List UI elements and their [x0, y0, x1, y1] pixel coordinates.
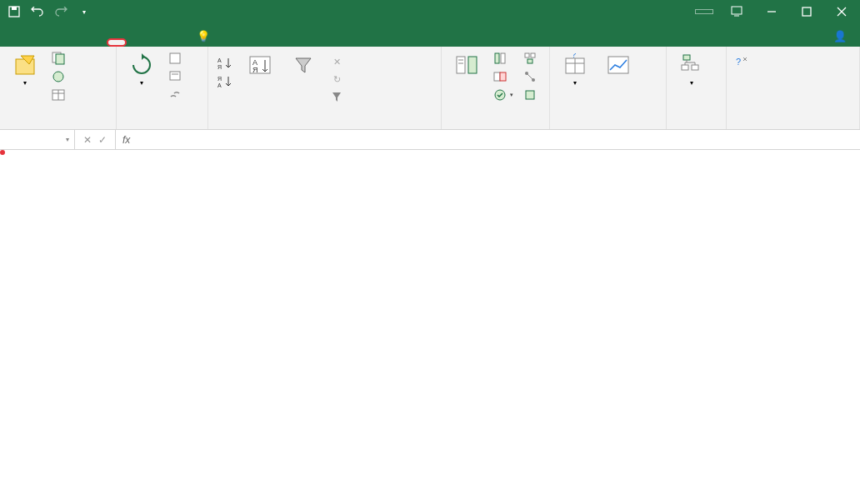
svg-text:Я: Я [252, 66, 258, 74]
group-label-get-transform [5, 126, 111, 127]
svg-rect-34 [531, 53, 535, 57]
properties-icon[interactable] [165, 68, 185, 85]
structure-icon [678, 52, 705, 78]
svg-text:А: А [218, 57, 222, 63]
queries-icon[interactable] [165, 50, 185, 67]
svg-rect-47 [692, 65, 698, 70]
sort-desc-icon[interactable]: ЯА [213, 73, 237, 90]
svg-text:Я: Я [218, 64, 222, 70]
svg-rect-35 [528, 59, 532, 63]
svg-line-38 [528, 74, 532, 79]
data-validation-icon[interactable]: ▾ [490, 87, 517, 103]
svg-rect-7 [16, 59, 34, 74]
titlebar: ▾ [0, 0, 860, 23]
sort-asc-icon[interactable]: АЯ [213, 55, 237, 72]
reapply-icon: ↻ [330, 72, 343, 86]
tab-data[interactable] [107, 38, 127, 47]
svg-rect-28 [495, 53, 499, 63]
edit-links-icon[interactable] [165, 87, 185, 103]
group-structure: ▾ [667, 47, 727, 129]
qat-dropdown-icon[interactable]: ▾ [75, 2, 93, 21]
group-queries: ▾ [117, 47, 208, 129]
from-text-icon[interactable] [48, 50, 68, 67]
what-if-button[interactable]: ? ▾ [555, 50, 595, 89]
filter-button[interactable] [283, 50, 323, 82]
group-sort-filter: АЯ ЯА АЯ ✕ ↻ [208, 47, 442, 129]
tell-me[interactable]: 💡 [187, 26, 223, 47]
advanced-filter-button[interactable] [327, 88, 350, 105]
clear-filter-button[interactable]: ✕ [327, 53, 350, 70]
name-box[interactable]: ▾ [0, 130, 75, 149]
share-icon: 👤 [833, 30, 847, 42]
svg-rect-15 [170, 72, 180, 80]
from-web-icon[interactable] [48, 68, 68, 85]
svg-rect-14 [170, 53, 180, 63]
forecast-icon [605, 52, 632, 78]
refresh-all-button[interactable]: ▾ [122, 50, 162, 89]
fx-icon[interactable]: fx [116, 134, 137, 146]
sort-icon: АЯ [247, 52, 273, 78]
svg-rect-4 [802, 7, 811, 16]
clear-icon: ✕ [330, 55, 343, 68]
refresh-icon [128, 52, 155, 78]
quick-access-toolbar: ▾ [0, 2, 93, 21]
redo-icon[interactable] [52, 2, 70, 21]
svg-rect-29 [501, 53, 505, 63]
from-table-icon[interactable] [48, 87, 68, 103]
what-if-icon: ? [562, 52, 588, 78]
group-forecast: ? ▾ [550, 47, 667, 129]
data-model-icon[interactable] [520, 87, 540, 103]
svg-text:?: ? [572, 53, 577, 59]
svg-rect-1 [12, 7, 17, 10]
group-get-transform: ▾ [0, 47, 117, 129]
bulb-icon: 💡 [197, 30, 210, 42]
svg-rect-45 [683, 55, 690, 60]
get-data-button[interactable]: ▾ [5, 50, 45, 89]
tab-view[interactable] [147, 38, 167, 47]
tab-insert[interactable] [47, 38, 67, 47]
share-button[interactable]: 👤 [823, 26, 860, 47]
filter-icon [290, 52, 317, 78]
window-controls [720, 0, 860, 23]
relationships-icon[interactable] [520, 68, 540, 85]
svg-text:А: А [218, 82, 222, 88]
tab-help[interactable] [167, 38, 187, 47]
group-label-analysis [732, 126, 854, 127]
maximize-icon[interactable] [790, 0, 823, 23]
formula-bar: ▾ ✕ ✓ fx [0, 130, 860, 150]
minimize-icon[interactable] [755, 0, 788, 23]
group-data-tools: ▾ [442, 47, 550, 129]
get-data-icon [12, 52, 38, 78]
tab-review[interactable] [127, 38, 147, 47]
tab-layout[interactable] [67, 38, 87, 47]
svg-rect-24 [457, 57, 465, 73]
svg-rect-33 [525, 53, 529, 57]
sort-button[interactable]: АЯ [240, 50, 280, 82]
save-icon[interactable] [5, 2, 23, 21]
svg-text:?: ? [736, 57, 741, 67]
svg-rect-44 [608, 57, 628, 73]
forecast-sheet-button[interactable] [598, 50, 638, 82]
close-icon[interactable] [825, 0, 858, 23]
group-label-queries [122, 126, 202, 127]
cancel-icon[interactable]: ✕ [83, 134, 92, 146]
svg-text:Я: Я [218, 76, 222, 82]
structure-button[interactable]: ▾ [672, 50, 712, 89]
group-label-forecast [555, 126, 661, 127]
consolidate-icon[interactable] [520, 50, 540, 67]
text-to-columns-button[interactable] [447, 50, 487, 82]
ribbon-options-icon[interactable] [720, 0, 753, 23]
tab-file[interactable] [7, 38, 27, 47]
ribbon: ▾ ▾ АЯ ЯА [0, 47, 860, 130]
login-button[interactable] [695, 9, 713, 14]
svg-rect-25 [468, 57, 477, 73]
tab-home[interactable] [27, 38, 47, 47]
undo-icon[interactable] [28, 2, 47, 21]
svg-rect-9 [56, 54, 64, 64]
remove-duplicates-icon[interactable] [490, 68, 517, 85]
tab-formulas[interactable] [87, 38, 107, 47]
solver-button[interactable]: ? [732, 50, 755, 70]
flash-fill-icon[interactable] [490, 50, 517, 67]
reapply-button[interactable]: ↻ [327, 71, 350, 87]
enter-icon[interactable]: ✓ [98, 134, 107, 146]
